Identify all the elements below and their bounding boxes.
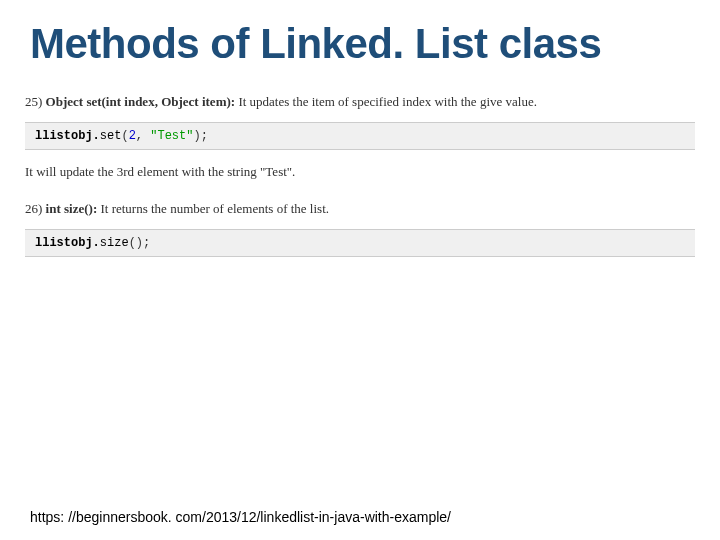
method-text: It returns the number of elements of the… — [97, 201, 329, 216]
code-block-25: llistobj.set(2, "Test"); — [25, 122, 695, 150]
code-number: 2 — [129, 129, 136, 143]
code-object: llistobj. — [35, 236, 100, 250]
code-string: "Test" — [150, 129, 193, 143]
method-signature: Object set(int index, Object item): — [46, 94, 236, 109]
footer-url: https: //beginnersbook. com/2013/12/link… — [30, 509, 451, 525]
page-title: Methods of Linked. List class — [0, 0, 720, 78]
code-close: ); — [193, 129, 207, 143]
code-method: size — [100, 236, 129, 250]
code-block-26: llistobj.size(); — [25, 229, 695, 257]
method-signature: int size(): — [46, 201, 98, 216]
code-paren: ( — [121, 129, 128, 143]
content-area: 25) Object set(int index, Object item): … — [0, 92, 720, 257]
code-object: llistobj. — [35, 129, 100, 143]
method-number: 25) — [25, 94, 42, 109]
code-method: set — [100, 129, 122, 143]
method-explanation-25: It will update the 3rd element with the … — [25, 162, 695, 182]
method-description-25: 25) Object set(int index, Object item): … — [25, 92, 695, 112]
code-sep: , — [136, 129, 150, 143]
method-text: It updates the item of specified index w… — [235, 94, 537, 109]
method-description-26: 26) int size(): It returns the number of… — [25, 199, 695, 219]
code-paren: (); — [129, 236, 151, 250]
method-number: 26) — [25, 201, 42, 216]
